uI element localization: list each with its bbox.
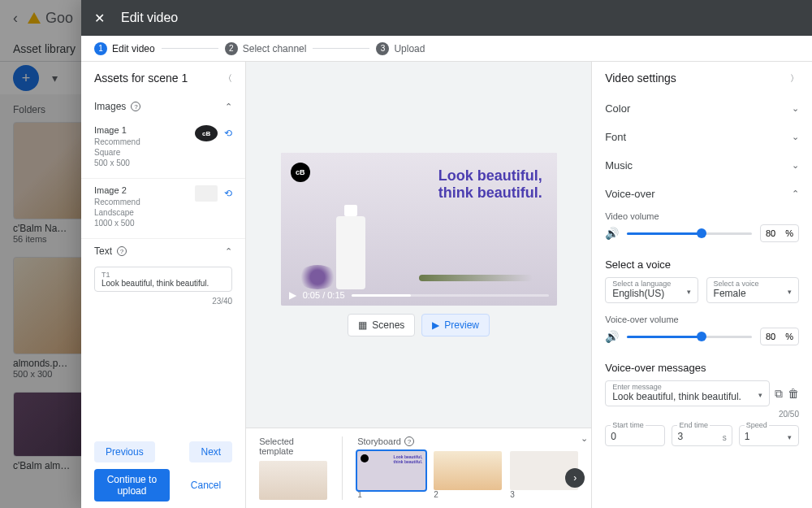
end-time-input[interactable]: End time 3 s bbox=[672, 425, 732, 446]
language-select[interactable]: Select a language English(US) ▾ bbox=[605, 277, 698, 303]
selected-template-label: Selected template bbox=[259, 436, 327, 456]
chevron-up-icon[interactable]: ⌃ bbox=[225, 246, 232, 257]
video-progress[interactable] bbox=[352, 294, 549, 297]
assets-panel: Assets for scene 1 〈 Images ? ⌃ Image 1 … bbox=[81, 62, 246, 508]
voiceover-volume-input[interactable]: 80% bbox=[760, 328, 799, 345]
collapse-icon[interactable]: 〈 bbox=[223, 72, 232, 85]
help-icon[interactable]: ? bbox=[131, 102, 140, 111]
message-input[interactable]: Enter message Look beautiful, think beau… bbox=[605, 380, 770, 406]
video-time: 0:05 / 0:15 bbox=[303, 290, 345, 300]
chevron-down-icon[interactable]: ⌄ bbox=[581, 433, 588, 444]
filter-icon: ▾ bbox=[52, 72, 58, 85]
font-section[interactable]: Font⌄ bbox=[592, 123, 812, 151]
video-settings-panel: Video settings 〉 Color⌄ Font⌄ Music⌄ Voi… bbox=[591, 62, 812, 508]
step-connector bbox=[313, 48, 369, 49]
scenes-button[interactable]: ▦ Scenes bbox=[348, 314, 415, 336]
brand-badge: cB bbox=[291, 163, 310, 182]
char-count: 23/40 bbox=[81, 295, 245, 312]
delete-icon[interactable]: 🗑 bbox=[788, 387, 799, 400]
voiceover-volume-label: Voice-over volume bbox=[605, 315, 799, 324]
chevron-down-icon: ⌄ bbox=[792, 160, 799, 171]
dropdown-icon: ▾ bbox=[788, 288, 792, 296]
image-preview-2[interactable] bbox=[195, 185, 218, 202]
video-preview[interactable]: cB Look beautiful, think beautiful. ▶ 0:… bbox=[281, 153, 557, 306]
previous-button[interactable]: Previous bbox=[94, 441, 155, 462]
chevron-down-icon: ⌄ bbox=[792, 132, 799, 142]
template-thumb[interactable] bbox=[259, 461, 327, 500]
video-headline: Look beautiful, think beautiful. bbox=[438, 167, 542, 201]
image-slot-1: Image 1 Recommend Square 500 x 500 cB ⟲ bbox=[81, 119, 245, 179]
images-section-label: Images bbox=[94, 101, 126, 112]
message-char-count: 20/50 bbox=[592, 410, 812, 422]
voiceover-section[interactable]: Voice-over⌃ bbox=[592, 180, 812, 208]
music-section[interactable]: Music⌄ bbox=[592, 151, 812, 180]
step-upload[interactable]: 3 Upload bbox=[376, 42, 425, 55]
voiceover-messages-header: Voice-over messages bbox=[592, 355, 812, 377]
close-icon[interactable]: ✕ bbox=[94, 11, 105, 26]
video-volume-input[interactable]: 80% bbox=[760, 224, 799, 242]
text-t1-input[interactable]: T1 Look beautiful, think beautiful. bbox=[94, 267, 232, 292]
text-section-label: Text bbox=[94, 245, 112, 257]
play-icon: ▶ bbox=[432, 319, 439, 331]
video-volume-slider[interactable] bbox=[627, 232, 752, 235]
help-icon[interactable]: ? bbox=[117, 246, 127, 256]
voice-select[interactable]: Select a voice Female ▾ bbox=[706, 277, 799, 303]
continue-upload-button[interactable]: Continue to upload bbox=[94, 469, 170, 501]
storyboard-strip: Selected template Storyboard ? Look beau… bbox=[246, 428, 591, 508]
decorative-flower bbox=[297, 265, 338, 289]
volume-icon[interactable]: 🔊 bbox=[605, 227, 619, 240]
color-section[interactable]: Color⌄ bbox=[592, 94, 812, 123]
dropdown-icon: ▾ bbox=[788, 433, 792, 441]
chevron-right-icon[interactable]: 〉 bbox=[790, 72, 799, 85]
decorative-stem bbox=[419, 275, 533, 281]
chevron-up-icon[interactable]: ⌃ bbox=[225, 102, 232, 112]
ads-logo-icon bbox=[28, 12, 41, 24]
swap-icon[interactable]: ⟲ bbox=[224, 188, 232, 199]
chevron-up-icon: ⌃ bbox=[792, 189, 799, 199]
speed-select[interactable]: Speed 1 ▾ bbox=[739, 425, 799, 446]
video-settings-title: Video settings bbox=[605, 72, 676, 85]
stepper: 1 Edit video 2 Select channel 3 Upload bbox=[81, 36, 812, 62]
preview-panel: cB Look beautiful, think beautiful. ▶ 0:… bbox=[246, 62, 591, 508]
storyboard-label: Storyboard bbox=[357, 436, 401, 446]
image-slot-2: Image 2 Recommend Landscape 1000 x 500 ⟲ bbox=[81, 179, 245, 239]
play-icon[interactable]: ▶ bbox=[289, 289, 296, 301]
product-bottle bbox=[336, 216, 365, 289]
assets-panel-title: Assets for scene 1 bbox=[94, 72, 188, 85]
edit-video-modal: ✕ Edit video 1 Edit video 2 Select chann… bbox=[81, 0, 812, 508]
product-name: Goo bbox=[45, 10, 73, 27]
dropdown-icon: ▾ bbox=[758, 391, 762, 399]
image-preview-1[interactable]: cB bbox=[195, 125, 218, 141]
start-time-input[interactable]: Start time 0 bbox=[605, 425, 665, 446]
scenes-icon: ▦ bbox=[358, 319, 367, 331]
cancel-button[interactable]: Cancel bbox=[179, 475, 232, 496]
swap-icon[interactable]: ⟲ bbox=[224, 128, 232, 139]
step-edit-video[interactable]: 1 Edit video bbox=[94, 42, 155, 55]
preview-button[interactable]: ▶ Preview bbox=[421, 314, 490, 336]
volume-icon[interactable]: 🔊 bbox=[605, 330, 619, 343]
copy-icon[interactable]: ⧉ bbox=[775, 387, 783, 401]
video-volume-label: Video volume bbox=[605, 211, 799, 221]
scene-thumb-2[interactable] bbox=[434, 451, 502, 490]
back-icon: ‹ bbox=[13, 10, 18, 27]
scene-thumb-1[interactable]: Look beautiful,think beautiful. bbox=[357, 451, 425, 490]
add-button: + bbox=[13, 65, 39, 91]
step-connector bbox=[162, 48, 218, 49]
dropdown-icon: ▾ bbox=[687, 288, 691, 296]
modal-title: Edit video bbox=[121, 11, 178, 25]
storyboard-next-icon[interactable]: › bbox=[565, 468, 585, 488]
select-voice-header: Select a voice bbox=[592, 252, 812, 274]
voiceover-volume-slider[interactable] bbox=[627, 336, 752, 338]
next-button[interactable]: Next bbox=[189, 441, 232, 462]
chevron-down-icon: ⌄ bbox=[792, 103, 799, 114]
step-select-channel[interactable]: 2 Select channel bbox=[225, 42, 307, 55]
help-icon[interactable]: ? bbox=[404, 436, 414, 446]
modal-header: ✕ Edit video bbox=[81, 0, 812, 36]
